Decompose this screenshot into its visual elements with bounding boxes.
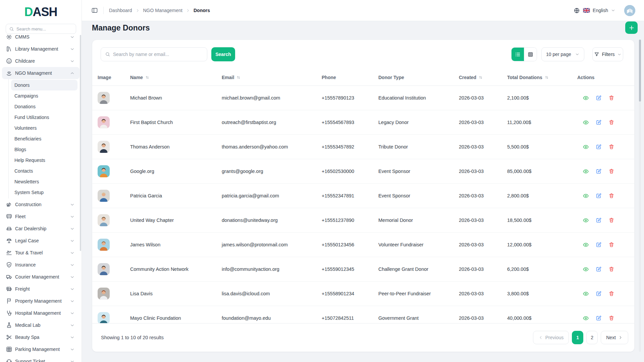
filters-button[interactable]: Filters: [592, 47, 623, 61]
table-row: Community Action Networkinfo@communityac…: [92, 257, 634, 282]
sidebar-item-medical-lab[interactable]: Medical Lab: [2, 319, 79, 331]
grid-view-button[interactable]: [524, 48, 537, 61]
sidebar-item-insurance[interactable]: Insurance: [2, 259, 79, 271]
edit-button[interactable]: [596, 168, 602, 174]
sidebar-subitem-campaigns[interactable]: Campaigns: [11, 90, 77, 101]
page-1-button[interactable]: 1: [572, 331, 583, 344]
column-header-created[interactable]: Created: [459, 75, 507, 80]
breadcrumb-ngo-management[interactable]: NGO Management: [143, 8, 183, 13]
add-donor-button[interactable]: [625, 21, 638, 34]
sidebar-subitem-beneficiaries[interactable]: Beneficiaries: [11, 133, 77, 144]
donor-total-cell: 3,800.00$: [507, 291, 577, 296]
delete-button[interactable]: [608, 291, 614, 297]
sidebar-item-freight[interactable]: Freight: [2, 283, 79, 295]
search-button[interactable]: Search: [211, 47, 235, 61]
breadcrumb-dashboard[interactable]: Dashboard: [109, 8, 132, 13]
sort-icon[interactable]: [544, 75, 549, 80]
app-logo[interactable]: DASH: [0, 5, 82, 19]
sidebar-item-childcare[interactable]: Childcare: [2, 55, 79, 67]
sidebar-item-tour-travel[interactable]: Tour & Travel: [2, 247, 79, 259]
view-button[interactable]: [583, 315, 589, 321]
sidebar-item-parking-management[interactable]: Parking Management: [2, 343, 79, 355]
sidebar-item-beauty-spa[interactable]: Beauty Spa: [2, 331, 79, 343]
edit-button[interactable]: [596, 95, 602, 101]
delete-button[interactable]: [608, 193, 614, 199]
view-button[interactable]: [583, 242, 589, 248]
delete-button[interactable]: [608, 168, 614, 174]
delete-button[interactable]: [608, 315, 614, 321]
sidebar-subitem-system-setup[interactable]: System Setup: [11, 187, 77, 198]
edit-button[interactable]: [596, 315, 602, 321]
column-header-name[interactable]: Name: [130, 75, 222, 80]
delete-button[interactable]: [608, 266, 614, 272]
edit-button[interactable]: [596, 242, 602, 248]
sidebar-subitem-help-requests[interactable]: Help Requests: [11, 155, 77, 166]
sidebar-item-library-management[interactable]: Library Management: [2, 43, 79, 55]
edit-button[interactable]: [596, 217, 602, 223]
user-avatar[interactable]: [624, 5, 635, 16]
sidebar-subitem-contacts[interactable]: Contacts: [11, 166, 77, 176]
globe-icon[interactable]: [574, 7, 580, 14]
sidebar-toggle-icon[interactable]: [91, 7, 98, 14]
sidebar-item-cmms[interactable]: CMMS: [2, 35, 79, 43]
view-button[interactable]: [583, 95, 589, 101]
delete-button[interactable]: [608, 119, 614, 125]
sidebar-item-car-dealership[interactable]: Car Dealership: [2, 223, 79, 235]
page-2-button[interactable]: 2: [586, 331, 598, 344]
edit-button[interactable]: [596, 119, 602, 125]
list-view-button[interactable]: [512, 48, 524, 61]
sidebar-item-fleet[interactable]: Fleet: [2, 210, 79, 223]
view-button[interactable]: [583, 119, 589, 126]
language-selector[interactable]: English: [583, 8, 615, 13]
sort-icon[interactable]: [236, 75, 241, 80]
view-button[interactable]: [583, 217, 589, 224]
per-page-select[interactable]: 10 per page: [541, 47, 584, 61]
view-button[interactable]: [583, 144, 589, 150]
chevron-down-icon: [70, 335, 75, 340]
sidebar-scrollbar[interactable]: [80, 35, 81, 251]
sidebar-subitem-blogs[interactable]: Blogs: [11, 144, 77, 155]
sidebar-subitem-newsletters[interactable]: Newsletters: [11, 176, 77, 187]
view-button[interactable]: [583, 291, 589, 297]
sidebar-item-ngo-managment[interactable]: NGO Managment: [2, 67, 79, 79]
sidebar-subitem-label: Newsletters: [14, 179, 39, 184]
column-header-total-donations[interactable]: Total Donations: [507, 75, 577, 80]
chevron-right-icon: [186, 8, 190, 13]
sidebar-subitem-volunteers[interactable]: Volunteers: [11, 123, 77, 133]
view-button[interactable]: [583, 168, 589, 175]
edit-button[interactable]: [596, 193, 602, 199]
sidebar-item-hospital-management[interactable]: Hospital Management: [2, 307, 79, 319]
sort-icon[interactable]: [478, 75, 483, 80]
sort-icon[interactable]: [145, 75, 150, 80]
sidebar-subitem-fund-utilizations[interactable]: Fund Utilizations: [11, 112, 77, 123]
delete-button[interactable]: [608, 217, 614, 223]
delete-button[interactable]: [608, 144, 614, 150]
table-search-input[interactable]: [113, 52, 203, 57]
next-page-button[interactable]: Next: [601, 331, 628, 344]
page-scrollbar[interactable]: [639, 40, 641, 352]
previous-page-button[interactable]: Previous: [533, 331, 569, 344]
sidebar-item-courier-management[interactable]: Courier Management: [2, 271, 79, 283]
sidebar-item-construction[interactable]: Construction: [2, 198, 79, 210]
sidebar-subitem-donations[interactable]: Donations: [11, 101, 77, 112]
column-header-email[interactable]: Email: [222, 75, 322, 80]
sidebar-search-input[interactable]: [16, 26, 73, 32]
sidebar-item-legal-case[interactable]: Legal Case: [2, 235, 79, 247]
table-search[interactable]: [101, 47, 207, 61]
sidebar-item-property-management[interactable]: Property Management: [2, 295, 79, 307]
edit-button[interactable]: [596, 144, 602, 150]
donor-avatar: [98, 92, 110, 104]
sidebar-item-label: Fleet: [15, 214, 25, 219]
donor-avatar: [98, 165, 110, 177]
view-button[interactable]: [583, 266, 589, 273]
sidebar-item-support-ticket[interactable]: Support Ticket: [2, 355, 79, 362]
sidebar-search[interactable]: [6, 24, 76, 34]
delete-button[interactable]: [608, 95, 614, 101]
edit-button[interactable]: [596, 266, 602, 272]
sidebar-subitem-label: Donations: [14, 104, 36, 109]
edit-button[interactable]: [596, 291, 602, 297]
trash-icon: [608, 119, 614, 125]
view-button[interactable]: [583, 193, 589, 199]
delete-button[interactable]: [608, 242, 614, 248]
sidebar-subitem-donors[interactable]: Donors: [11, 80, 77, 90]
